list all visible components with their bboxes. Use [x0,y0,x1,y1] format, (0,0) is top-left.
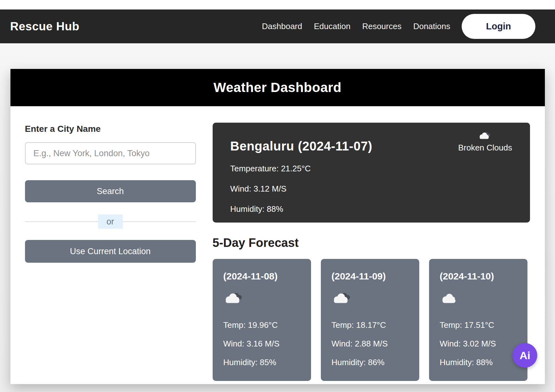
forecast-date: (2024-11-08) [223,271,300,282]
forecast-card: (2024-11-10) Temp: 17.51°C Wind: 3.02 M/… [429,259,527,381]
broken-clouds-icon [332,291,352,305]
forecast-card: (2024-11-08) T [213,259,311,381]
weather-panel: Bengaluru (2024-11-07) Temperature: 21.2… [213,106,530,381]
nav-item-dashboard[interactable]: Dashboard [262,21,302,31]
dashboard-header: Weather Dashboard [10,69,545,106]
forecast-temp: Temp: 19.96°C [223,320,300,330]
or-chip: or [98,214,123,229]
nav-item-education[interactable]: Education [314,21,351,31]
city-search-input[interactable] [25,142,196,164]
forecast-temp: Temp: 17.51°C [440,320,517,330]
nav-item-donations[interactable]: Donations [413,21,450,31]
weather-dashboard-card: Weather Dashboard Enter a City Name Sear… [10,69,545,384]
page-title: Weather Dashboard [214,80,342,95]
forecast-wind: Wind: 3.02 M/S [440,339,517,349]
current-condition: Broken Clouds [458,131,512,153]
broken-clouds-icon [223,291,244,305]
forecast-date: (2024-11-10) [440,271,517,282]
current-temperature: Temperature: 21.25°C [230,164,512,174]
search-button[interactable]: Search [25,180,196,202]
ai-assistant-button[interactable]: Ai [513,343,537,368]
nav-item-resources[interactable]: Resources [362,21,402,31]
forecast-humidity: Humidity: 86% [332,358,408,367]
use-current-location-button[interactable]: Use Current Location [25,240,196,263]
brand-logo: Rescue Hub [10,20,79,33]
forecast-wind: Wind: 3.16 M/S [223,339,300,349]
forecast-date: (2024-11-09) [332,271,408,282]
forecast-card: (2024-11-09) T [321,259,419,381]
forecast-heading: 5-Day Forecast [213,236,530,250]
login-button[interactable]: Login [462,14,535,39]
few-clouds-icon [440,291,461,305]
forecast-humidity: Humidity: 85% [223,358,300,367]
search-panel: Enter a City Name Search or Use Current … [25,106,196,381]
dashboard-body: Enter a City Name Search or Use Current … [10,106,545,381]
broken-clouds-icon [478,131,492,140]
current-wind: Wind: 3.12 M/S [230,184,512,194]
or-divider: or [25,214,196,229]
top-strip [0,0,555,9]
forecast-humidity: Humidity: 88% [440,358,517,367]
city-input-label: Enter a City Name [25,124,196,134]
forecast-row: (2024-11-08) T [213,259,530,381]
nav-links: Dashboard Education Resources Donations [262,21,450,31]
current-humidity: Humidity: 88% [230,204,512,214]
condition-label: Broken Clouds [458,143,512,153]
navbar: Rescue Hub Dashboard Education Resources… [0,9,555,43]
forecast-temp: Temp: 18.17°C [332,320,408,330]
current-weather-card: Bengaluru (2024-11-07) Temperature: 21.2… [213,123,530,223]
forecast-wind: Wind: 2.88 M/S [332,339,408,349]
